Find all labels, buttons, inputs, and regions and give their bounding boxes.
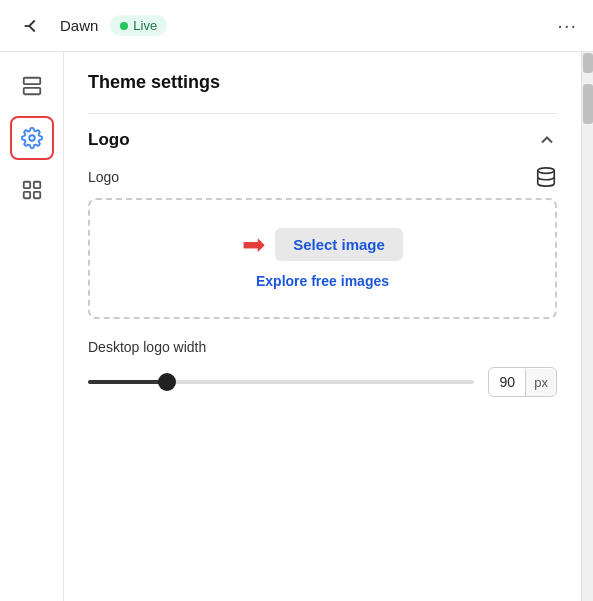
more-options-button[interactable]: ···	[557, 14, 577, 37]
back-button[interactable]	[16, 10, 48, 42]
slider-thumb[interactable]	[158, 373, 176, 391]
page-title: Theme settings	[88, 72, 557, 93]
select-image-button[interactable]: Select image	[275, 228, 403, 261]
scrollbar-thumb-top[interactable]	[583, 53, 593, 73]
svg-rect-4	[23, 182, 29, 188]
px-unit: px	[525, 369, 556, 396]
logo-section-title: Logo	[88, 130, 130, 150]
store-title: Dawn	[60, 17, 98, 34]
live-badge: Live	[110, 15, 167, 36]
chevron-up-icon[interactable]	[537, 130, 557, 150]
svg-point-8	[538, 168, 555, 174]
logo-section: Logo Logo ➡ Select image Expl	[88, 113, 557, 397]
svg-rect-7	[33, 192, 39, 198]
logo-field-label: Logo	[88, 169, 119, 185]
svg-rect-2	[23, 88, 40, 94]
svg-point-3	[29, 135, 35, 141]
slider-row: 90 px	[88, 367, 557, 397]
sidebar-item-theme-settings[interactable]	[10, 116, 54, 160]
px-value[interactable]: 90	[489, 368, 525, 396]
arrow-select-row: ➡ Select image	[242, 228, 403, 261]
px-input-group: 90 px	[488, 367, 557, 397]
sidebar	[0, 52, 64, 601]
explore-images-link[interactable]: Explore free images	[256, 273, 389, 289]
logo-width-slider[interactable]	[88, 380, 474, 384]
scrollbar[interactable]	[581, 52, 593, 601]
logo-section-header: Logo	[88, 130, 557, 150]
red-arrow-icon: ➡	[242, 231, 265, 259]
database-icon	[535, 166, 557, 188]
scrollbar-thumb-body[interactable]	[583, 84, 593, 124]
logo-width-section: Desktop logo width 90 px	[88, 339, 557, 397]
svg-rect-6	[23, 192, 29, 198]
slider-fill	[88, 380, 165, 384]
topbar: Dawn Live ···	[0, 0, 593, 52]
sidebar-item-sections[interactable]	[10, 64, 54, 108]
main-layout: Theme settings Logo Logo ➡	[0, 52, 593, 601]
svg-rect-5	[33, 182, 39, 188]
logo-width-label: Desktop logo width	[88, 339, 557, 355]
logo-label-row: Logo	[88, 166, 557, 188]
live-label: Live	[133, 18, 157, 33]
svg-rect-1	[23, 78, 40, 84]
content-panel: Theme settings Logo Logo ➡	[64, 52, 581, 601]
sidebar-item-apps[interactable]	[10, 168, 54, 212]
live-dot	[120, 22, 128, 30]
image-upload-area: ➡ Select image Explore free images	[88, 198, 557, 319]
